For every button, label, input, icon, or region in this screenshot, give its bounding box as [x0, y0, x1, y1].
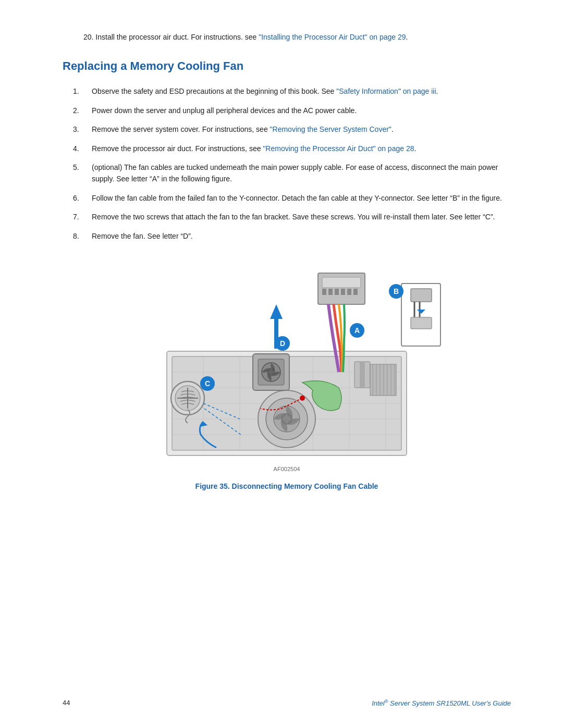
svg-rect-55 — [370, 364, 396, 396]
figure-caption: Figure 35. Disconnecting Memory Cooling … — [63, 482, 511, 490]
svg-text:A: A — [354, 326, 360, 335]
steps-list: Observe the safety and ESD precautions a… — [73, 85, 511, 242]
intro-link[interactable]: "Installing the Processor Air Duct" on p… — [259, 33, 406, 41]
svg-text:B: B — [394, 287, 399, 295]
list-item: Remove the server system cover. For inst… — [73, 124, 511, 135]
intro-item: 20. Install the processor air duct. For … — [83, 31, 511, 43]
list-item: Power down the server and unplug all per… — [73, 105, 511, 116]
step-link[interactable]: "Safety Information" on page iii — [336, 87, 436, 95]
svg-rect-29 — [341, 289, 345, 295]
svg-point-17 — [300, 396, 305, 401]
intro-number: 20. — [83, 33, 93, 41]
list-item: Remove the processor air duct. For instr… — [73, 143, 511, 154]
step-text: Remove the fan. See letter “D”. — [92, 230, 511, 242]
step-text: Remove the server system cover. For inst… — [92, 124, 511, 135]
svg-rect-27 — [328, 289, 333, 295]
diagram-svg: A B — [125, 257, 448, 476]
svg-rect-30 — [347, 289, 351, 295]
footer-right-text: Intel® Server System SR1520ML User's Gui… — [372, 699, 511, 707]
step-link[interactable]: "Removing the Server System Cover" — [270, 125, 391, 133]
step-text: Follow the fan cable from the failed fan… — [92, 192, 511, 204]
intro-tail: . — [406, 33, 408, 41]
svg-text:D: D — [280, 339, 285, 348]
page-container: 20. Install the processor air duct. For … — [0, 0, 563, 728]
list-item: (optional) The fan cables are tucked und… — [73, 162, 511, 185]
step-text: (optional) The fan cables are tucked und… — [92, 162, 511, 185]
list-item: Remove the two screws that attach the fa… — [73, 211, 511, 223]
step-text: Power down the server and unplug all per… — [92, 105, 511, 116]
intro-text: Install the processor air duct. For inst… — [95, 33, 259, 41]
step-text: Remove the two screws that attach the fa… — [92, 211, 511, 223]
svg-rect-38 — [411, 317, 432, 329]
page-footer: 44 Intel® Server System SR1520ML User's … — [0, 699, 563, 707]
step-text: Remove the processor air duct. For instr… — [92, 143, 511, 154]
svg-rect-54 — [360, 362, 365, 388]
svg-rect-25 — [322, 277, 361, 288]
figure-image: A B — [125, 257, 448, 476]
list-item: Remove the fan. See letter “D”. — [73, 230, 511, 242]
list-item: Observe the safety and ESD precautions a… — [73, 85, 511, 97]
page-number: 44 — [63, 699, 70, 707]
figure-container: A B — [63, 257, 511, 490]
svg-marker-23 — [270, 304, 283, 319]
section-heading: Replacing a Memory Cooling Fan — [63, 59, 511, 73]
svg-rect-26 — [322, 289, 326, 295]
svg-rect-28 — [335, 289, 339, 295]
svg-text:C: C — [205, 379, 210, 388]
svg-text:AF002504: AF002504 — [274, 466, 300, 472]
list-item: Follow the fan cable from the failed fan… — [73, 192, 511, 204]
svg-rect-35 — [411, 289, 432, 302]
svg-rect-31 — [353, 289, 358, 295]
step-link[interactable]: "Removing the Processor Air Duct" on pag… — [263, 144, 414, 153]
step-text: Observe the safety and ESD precautions a… — [92, 85, 511, 97]
